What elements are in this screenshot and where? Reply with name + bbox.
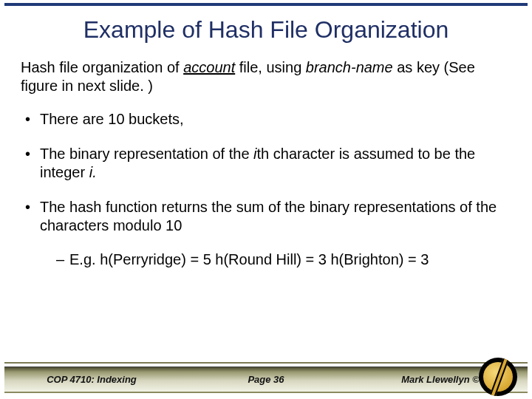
footer-thin-line bbox=[4, 362, 528, 364]
bullet-3: The hash function returns the sum of the… bbox=[24, 198, 511, 269]
bullet-3-text: The hash function returns the sum of the… bbox=[40, 199, 497, 233]
intro-text: Hash file organization of account file, … bbox=[21, 58, 511, 95]
intro-account: account bbox=[183, 59, 235, 75]
footer-bar: COP 4710: Indexing Page 36 Mark Llewelly… bbox=[4, 366, 528, 393]
slide: Example of Hash File Organization Hash f… bbox=[0, 0, 532, 399]
top-rule bbox=[4, 3, 528, 6]
sub-bullet: E.g. h(Perryridge) = 5 h(Round Hill) = 3… bbox=[40, 250, 511, 269]
slide-title: Example of Hash File Organization bbox=[22, 16, 510, 44]
bullet-2: The binary representation of the ith cha… bbox=[24, 145, 511, 182]
bullet-1: There are 10 buckets, bbox=[24, 110, 511, 129]
footer: COP 4710: Indexing Page 36 Mark Llewelly… bbox=[0, 358, 532, 399]
logo-disc bbox=[479, 358, 517, 396]
intro-key: branch-name bbox=[306, 59, 393, 75]
bullet-2-pre: The binary representation of the bbox=[40, 146, 253, 162]
footer-center: Page 36 bbox=[179, 374, 353, 385]
bullet-list: There are 10 buckets, The binary represe… bbox=[21, 110, 511, 269]
intro-mid: file, using bbox=[235, 59, 306, 75]
bullet-2-i2: i. bbox=[89, 164, 97, 180]
intro-pre: Hash file organization of bbox=[21, 59, 183, 75]
ucf-logo bbox=[479, 358, 517, 396]
slide-body: Hash file organization of account file, … bbox=[0, 52, 532, 399]
footer-left: COP 4710: Indexing bbox=[4, 374, 179, 385]
